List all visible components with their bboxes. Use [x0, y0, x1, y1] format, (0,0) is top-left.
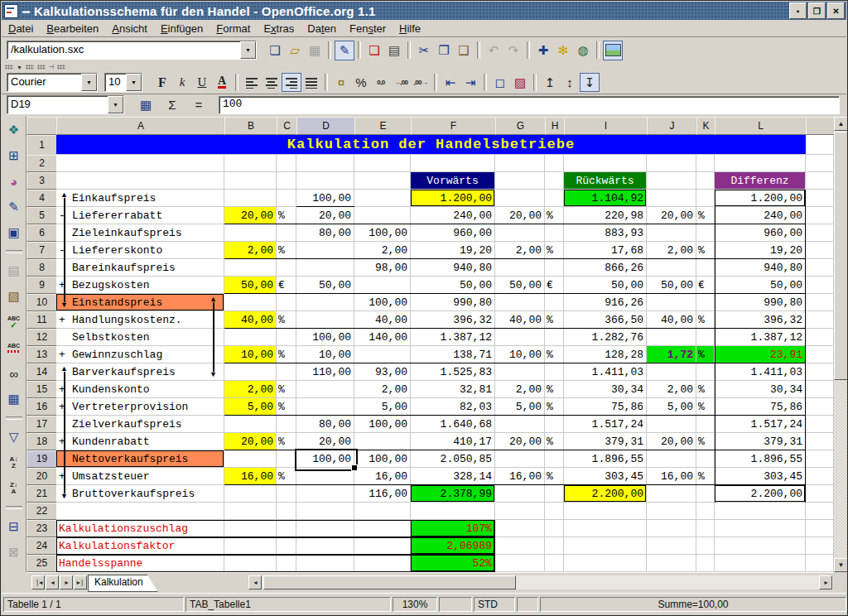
cell-F7[interactable]: 19,20 [411, 242, 495, 259]
cell-A22[interactable] [56, 503, 224, 520]
menu-fenster[interactable]: Fenster [343, 22, 393, 35]
cell-A8[interactable]: Bareinkaufspreis [56, 259, 224, 277]
cell-C8[interactable] [277, 259, 296, 277]
formula-input[interactable]: 100 [219, 96, 840, 114]
row-header-14[interactable]: 14 [26, 363, 57, 381]
window-pin-icon[interactable]: ▬ [22, 7, 30, 15]
cell-I15[interactable]: 30,34 [564, 381, 647, 398]
cell-J12[interactable] [647, 329, 696, 346]
underline-icon[interactable]: U [192, 73, 212, 92]
cell-C15[interactable]: % [277, 381, 296, 398]
cell-F15[interactable]: 32,81 [411, 381, 495, 398]
cell-J25[interactable] [647, 555, 696, 572]
cell-J9[interactable]: 50,00 [647, 277, 696, 294]
cell-A15[interactable]: Kundenskonto+ [56, 381, 224, 398]
cell-E16[interactable]: 5,00 [354, 398, 411, 416]
cell-F2[interactable] [411, 155, 495, 172]
cell-L25[interactable] [715, 555, 806, 572]
last-sheet-button[interactable]: ▸❘ [74, 575, 87, 590]
cell-reference-box[interactable]: D19 ▼ [7, 95, 124, 114]
cell-C9[interactable]: € [277, 277, 296, 294]
cell-I7[interactable]: 17,68 [564, 242, 647, 259]
align-bottom-icon[interactable]: ↧ [580, 73, 600, 92]
cell-E19[interactable]: 100,00 [354, 450, 411, 468]
cell-D6[interactable]: 80,00 [296, 224, 354, 242]
cell-M4[interactable] [806, 190, 834, 207]
cell-I20[interactable]: 303,45 [564, 468, 647, 485]
cell-E5[interactable] [354, 207, 411, 224]
cell-D8[interactable] [296, 259, 354, 277]
cell-H23[interactable] [545, 520, 564, 537]
cell-F22[interactable] [411, 503, 495, 520]
increase-indent-icon[interactable]: ⇥ [460, 73, 480, 92]
cell-A9[interactable]: Bezugskosten+ [56, 277, 224, 294]
cell-A14[interactable]: Barverkaufspreis [56, 363, 224, 381]
cell-C22[interactable] [277, 503, 296, 520]
cell-E6[interactable]: 100,00 [354, 224, 411, 242]
row-header-6[interactable]: 6 [26, 224, 57, 242]
row-header-21[interactable]: 21 [26, 485, 57, 503]
cell-D16[interactable] [296, 398, 354, 416]
cell-K20[interactable]: % [696, 468, 715, 485]
cell-D15[interactable] [296, 381, 354, 398]
cell-K3[interactable] [696, 172, 715, 190]
add-decimal-icon[interactable]: →,00 [391, 73, 411, 92]
cell-J17[interactable] [647, 416, 696, 433]
toolbar-grip-icon[interactable] [5, 65, 13, 70]
row-header-24[interactable]: 24 [26, 537, 57, 555]
cell-F20[interactable]: 328,14 [411, 468, 495, 485]
cell-D4[interactable]: 100,00 [296, 190, 354, 207]
scroll-right-icon[interactable]: ▸ [819, 575, 832, 590]
cell-B6[interactable] [224, 224, 277, 242]
cell-I25[interactable] [564, 555, 647, 572]
column-header-m[interactable] [806, 117, 834, 135]
group-icon[interactable]: ⊟ [4, 517, 24, 537]
autoformat-icon[interactable]: ▧ [4, 286, 24, 306]
cell-D3[interactable] [296, 172, 354, 190]
cell-J14[interactable] [647, 363, 696, 381]
row-header-3[interactable]: 3 [26, 172, 57, 190]
cell-reference-value[interactable]: D19 [7, 96, 108, 113]
cell-G24[interactable] [495, 537, 545, 555]
font-size-value[interactable]: 10 [105, 74, 126, 91]
cell-M13[interactable] [806, 346, 834, 363]
cell-D12[interactable]: 100,00 [296, 329, 354, 346]
scroll-down-icon[interactable]: ▼ [834, 558, 848, 572]
cell-J15[interactable]: 2,00 [647, 381, 696, 398]
cell-F4[interactable]: 1.200,00 [411, 190, 495, 207]
cell-E12[interactable]: 140,00 [354, 329, 411, 346]
cell-K19[interactable] [696, 450, 715, 468]
align-center-icon[interactable] [262, 73, 282, 92]
menu-extras[interactable]: Extras [257, 22, 301, 35]
cell-H4[interactable] [545, 190, 564, 207]
cell-C4[interactable] [277, 190, 296, 207]
cell-M2[interactable] [806, 155, 834, 172]
find-replace-icon[interactable]: ∞ [4, 363, 24, 383]
cell-B8[interactable] [224, 259, 277, 277]
cell-L6[interactable]: 960,00 [715, 224, 806, 242]
cell-L10[interactable]: 990,80 [715, 294, 806, 311]
cell-L18[interactable]: 379,31 [715, 433, 806, 450]
cell-J21[interactable] [647, 485, 696, 503]
cell-C7[interactable]: % [277, 242, 296, 259]
cell-G16[interactable]: 5,00 [495, 398, 545, 416]
cell-M19[interactable] [806, 450, 834, 468]
cell-L24[interactable] [715, 537, 806, 555]
row-header-8[interactable]: 8 [26, 259, 57, 277]
cell-F18[interactable]: 410,17 [411, 433, 495, 450]
cell-A18[interactable]: Kundenrabatt+ [56, 433, 224, 450]
cell-A19[interactable]: Nettoverkaufspreis [56, 450, 224, 468]
cell-G4[interactable] [495, 190, 545, 207]
minimize-button[interactable]: ▪ [789, 2, 807, 19]
column-header-G[interactable]: G [495, 117, 546, 135]
cell-F13[interactable]: 138,71 [411, 346, 495, 363]
cell-E2[interactable] [354, 155, 411, 172]
cell-K8[interactable] [696, 259, 715, 277]
cell-D7[interactable] [296, 242, 354, 259]
insert-icon[interactable]: ❖ [4, 120, 24, 140]
cell-D10[interactable] [296, 294, 354, 311]
cell-E21[interactable]: 116,00 [354, 485, 411, 503]
title-bar[interactable]: ▬ Kalkulationsschema für den Handel - Op… [2, 2, 846, 20]
row-header-10[interactable]: 10 [26, 294, 57, 311]
cell-K22[interactable] [696, 503, 715, 520]
